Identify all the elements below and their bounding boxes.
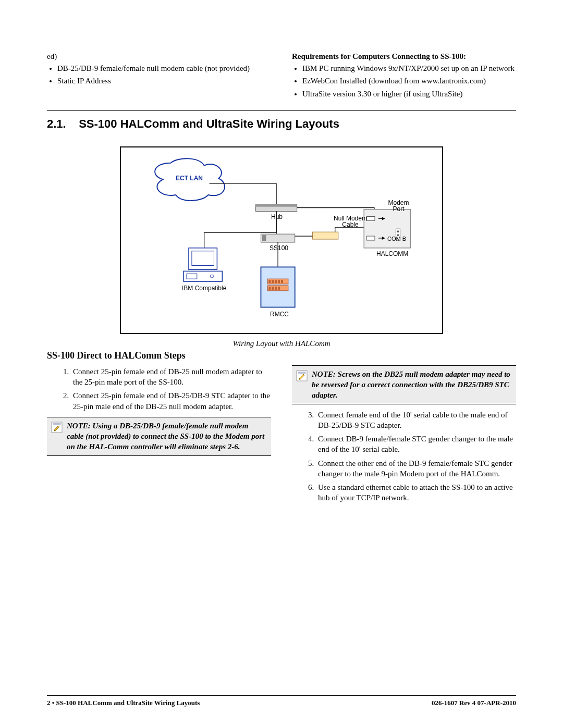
step-item: Use a standard ethernet cable to attach …: [316, 482, 516, 503]
step-item: Connect 25-pin female end of DB-25/DB-9 …: [71, 390, 271, 412]
list-item: DB-25/DB-9 female/female null modem cabl…: [57, 63, 271, 73]
section-number: 2.1.: [47, 117, 66, 130]
steps-right-col: NOTE: Screws on the DB25 null modem adap…: [292, 363, 516, 507]
svg-rect-25: [281, 280, 283, 283]
diagram-label-comb: COM B: [387, 236, 406, 242]
top-left-col: ed) DB-25/DB-9 female/female null modem …: [47, 52, 271, 101]
top-columns: ed) DB-25/DB-9 female/female null modem …: [47, 52, 516, 101]
svg-rect-29: [278, 287, 280, 290]
svg-rect-24: [278, 280, 280, 283]
footer-left: 2 • SS-100 HALComm and UltraSite Wiring …: [47, 699, 200, 707]
svg-rect-23: [275, 280, 277, 283]
hardware-bullets: DB-25/DB-9 female/female null modem cabl…: [47, 63, 271, 87]
pencil-note-icon: [296, 370, 308, 384]
diagram-label-hub: Hub: [271, 213, 283, 220]
diagram-label-halcomm: HALCOMM: [376, 250, 408, 257]
svg-rect-35: [298, 372, 306, 374]
diagram-label-ectlan: ECT LAN: [176, 175, 203, 182]
top-right-col: Requirements for Computers Connecting to…: [292, 52, 516, 101]
steps-columns: Connect 25-pin female end of DB-25 null …: [47, 363, 516, 507]
step-item: Connect the other end of the DB-9 female…: [316, 458, 516, 479]
svg-rect-21: [268, 280, 271, 283]
svg-rect-31: [53, 423, 61, 425]
wiring-diagram: ECT LAN Hub Modem Port Null Modem Cable …: [120, 146, 443, 334]
note-text: NOTE: Screws on the DB25 null modem adap…: [312, 369, 512, 401]
pencil-note-icon: [51, 422, 63, 435]
footer-right: 026-1607 Rev 4 07-APR-2010: [432, 699, 516, 707]
svg-rect-26: [268, 287, 271, 290]
list-item: EzWebCon Installed (download from www.la…: [302, 76, 516, 86]
svg-point-16: [397, 230, 399, 232]
diagram-label-rmcc: RMCC: [270, 311, 289, 318]
steps-left-col: Connect 25-pin female end of DB-25 null …: [47, 363, 271, 507]
figure-caption: Wiring Layout with HALComm: [47, 339, 516, 348]
list-item: Static IP Address: [57, 76, 271, 86]
svg-rect-7: [183, 271, 222, 281]
requirements-bullets: IBM PC running Windows 9x/NT/XP/2000 set…: [292, 63, 516, 99]
section-title: 2.1. SS-100 HALComm and UltraSite Wiring…: [47, 117, 516, 131]
svg-rect-4: [262, 235, 266, 241]
step-item: Connect female end of the 10' serial cab…: [316, 410, 516, 431]
svg-rect-12: [366, 236, 375, 240]
svg-rect-28: [275, 287, 277, 290]
step-item: Connect 25-pin female end of DB-25 null …: [71, 366, 271, 388]
figure-wrap: ECT LAN Hub Modem Port Null Modem Cable …: [47, 146, 516, 336]
diagram-label-null-modem: Null Modem Cable: [329, 215, 371, 228]
list-item: IBM PC running Windows 9x/NT/XP/2000 set…: [302, 63, 516, 73]
svg-rect-27: [272, 287, 274, 290]
steps-list-left: Connect 25-pin female end of DB-25 null …: [47, 366, 271, 412]
diagram-label-ibm: IBM Compatible: [182, 285, 226, 292]
note-right: NOTE: Screws on the DB25 null modem adap…: [292, 365, 516, 404]
svg-rect-2: [312, 232, 338, 239]
section-name: SS-100 HALComm and UltraSite Wiring Layo…: [79, 117, 339, 130]
requirements-heading: Requirements for Computers Connecting to…: [292, 52, 516, 61]
svg-rect-1: [256, 204, 297, 207]
note-left: NOTE: Using a DB-25/DB-9 female/female n…: [47, 417, 271, 456]
list-item: UltraSite version 3.30 or higher (if usi…: [302, 89, 516, 99]
continuation-fragment: ed): [47, 52, 271, 61]
section-divider: [47, 110, 516, 111]
svg-rect-22: [272, 280, 274, 283]
steps-list-right: Connect female end of the 10' serial cab…: [292, 410, 516, 503]
note-text: NOTE: Using a DB-25/DB-9 female/female n…: [67, 421, 267, 452]
svg-rect-6: [192, 251, 214, 266]
page-footer: 2 • SS-100 HALComm and UltraSite Wiring …: [47, 695, 516, 707]
step-item: Connect DB-9 female/female STC gender ch…: [316, 434, 516, 455]
subsection-title: SS-100 Direct to HALComm Steps: [47, 350, 516, 361]
diagram-label-ss100: SS100: [270, 244, 288, 252]
diagram-label-modem-port: Modem Port: [384, 200, 413, 212]
